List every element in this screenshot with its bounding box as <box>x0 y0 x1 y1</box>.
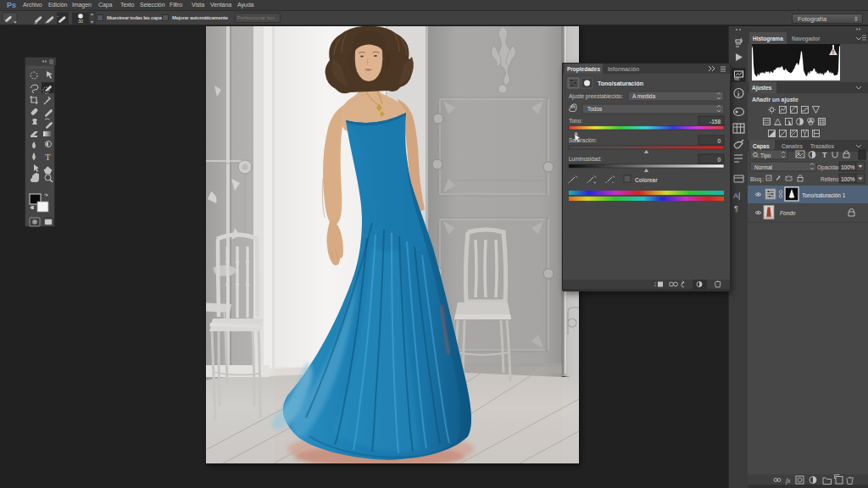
svg-text:A medida: A medida <box>632 93 655 99</box>
svg-text:Relleno:: Relleno: <box>821 176 841 182</box>
svg-text:Ajustes: Ajustes <box>752 85 772 92</box>
svg-text:Saturación:: Saturación: <box>569 137 597 143</box>
svg-text:100%: 100% <box>841 176 855 182</box>
svg-text:100%: 100% <box>841 164 855 170</box>
svg-text:Colorear: Colorear <box>635 177 658 183</box>
svg-text:Normal: Normal <box>754 164 773 170</box>
svg-text:Propiedades: Propiedades <box>567 66 600 73</box>
svg-text:Bloq.:: Bloq.: <box>750 176 765 183</box>
svg-text:A|: A| <box>733 191 740 200</box>
svg-text:Mb: Mb <box>734 77 740 81</box>
svg-text:0: 0 <box>717 138 721 144</box>
svg-text:T: T <box>45 152 51 162</box>
svg-text:Tono/saturación: Tono/saturación <box>598 80 643 86</box>
svg-text:fx: fx <box>786 477 791 485</box>
svg-text:Navegador: Navegador <box>792 36 821 42</box>
svg-text:Trazados: Trazados <box>810 143 835 149</box>
svg-text:Tono:: Tono: <box>569 118 582 124</box>
svg-text:+: + <box>45 19 48 25</box>
svg-text:Información: Información <box>608 66 639 72</box>
svg-text:30: 30 <box>78 19 83 24</box>
svg-text:Canales: Canales <box>782 143 803 149</box>
svg-text:+: + <box>593 180 597 185</box>
svg-text:Opacidad:: Opacidad: <box>817 164 843 171</box>
svg-text:Capas: Capas <box>753 143 770 150</box>
svg-text:Tono/saturación 1: Tono/saturación 1 <box>802 192 846 198</box>
svg-text:¶: ¶ <box>734 204 738 213</box>
svg-text:Añadir un ajuste: Añadir un ajuste <box>752 97 798 103</box>
svg-text:Ajuste preestablecido:: Ajuste preestablecido: <box>569 93 623 100</box>
svg-text:0: 0 <box>717 157 721 163</box>
svg-text:Todos: Todos <box>587 106 603 112</box>
svg-text:-: - <box>57 14 58 19</box>
svg-text:Fondo: Fondo <box>780 210 796 216</box>
svg-text:!: ! <box>832 49 834 55</box>
svg-text:-158: -158 <box>709 119 721 125</box>
svg-text:T: T <box>822 151 827 159</box>
svg-text:Luminosidad:: Luminosidad: <box>569 156 602 162</box>
svg-text:Histograma: Histograma <box>753 36 783 42</box>
svg-text:Tipo: Tipo <box>760 152 771 159</box>
